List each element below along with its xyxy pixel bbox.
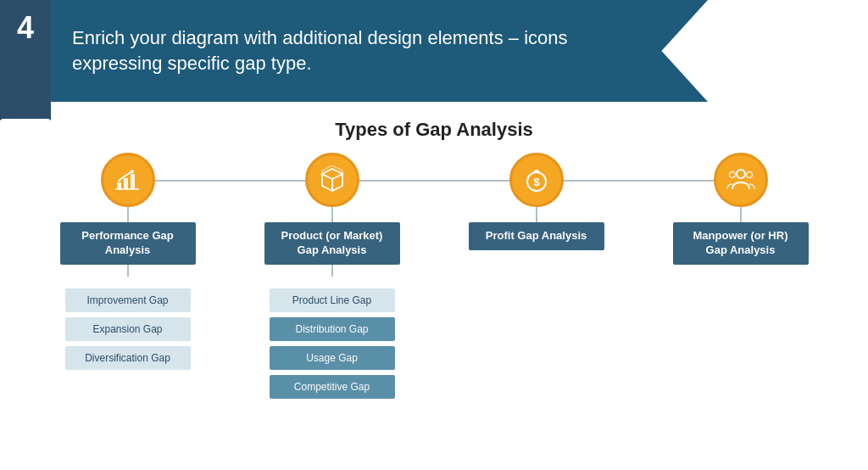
banner: Enrich your diagram with additional desi…	[47, 0, 708, 102]
step-triangle	[0, 102, 51, 120]
v-line-prod	[331, 207, 333, 222]
sub-item-diversification: Diversification Gap	[65, 346, 191, 370]
box-icon	[305, 153, 359, 207]
v-line-perf	[127, 207, 129, 222]
step-badge: 4	[0, 0, 51, 119]
col-product: Product (or Market) Gap Analysis Product…	[230, 153, 434, 399]
money-icon: $	[509, 153, 564, 207]
svg-text:$: $	[533, 176, 540, 188]
main-box-performance: Performance Gap Analysis	[60, 222, 196, 265]
main-box-profit: Profit Gap Analysis	[469, 222, 604, 250]
section-title: Types of Gap Analysis	[25, 119, 843, 141]
main-content: Types of Gap Analysis Performance Gap An…	[0, 110, 868, 470]
sub-item-usage: Usage Gap	[270, 346, 395, 370]
chart-icon	[101, 153, 155, 207]
sub-item-product-line: Product Line Gap	[270, 288, 395, 312]
people-icon	[714, 153, 768, 207]
sub-item-competitive: Competitive Gap	[270, 375, 395, 399]
diagram: Performance Gap Analysis Improvement Gap…	[25, 153, 843, 399]
svg-point-3	[131, 170, 134, 173]
svg-rect-0	[117, 182, 121, 189]
sub-item-expansion: Expansion Gap	[65, 317, 191, 341]
step-number: 4	[17, 10, 34, 46]
v-line-manpower	[740, 207, 742, 222]
sub-items-performance: Improvement Gap Expansion Gap Diversific…	[65, 288, 191, 370]
svg-point-11	[746, 172, 752, 178]
main-box-product: Product (or Market) Gap Analysis	[264, 222, 400, 265]
box-to-sub-prod	[331, 265, 333, 277]
sub-item-distribution: Distribution Gap	[270, 317, 395, 341]
svg-point-9	[737, 170, 745, 178]
col-manpower: Manpower (or HR) Gap Analysis	[638, 153, 843, 265]
sub-items-product: Product Line Gap Distribution Gap Usage …	[270, 288, 395, 399]
col-profit: $ Profit Gap Analysis	[434, 153, 638, 250]
banner-text: Enrich your diagram with additional desi…	[72, 25, 657, 76]
v-line-profit	[536, 207, 537, 222]
svg-point-10	[729, 172, 735, 178]
svg-rect-2	[131, 174, 135, 189]
svg-rect-1	[124, 178, 128, 189]
main-box-manpower: Manpower (or HR) Gap Analysis	[673, 222, 809, 265]
box-to-sub-perf	[127, 265, 129, 277]
svg-marker-5	[322, 169, 342, 179]
col-performance: Performance Gap Analysis Improvement Gap…	[25, 153, 230, 370]
sub-item-improvement: Improvement Gap	[65, 288, 191, 312]
